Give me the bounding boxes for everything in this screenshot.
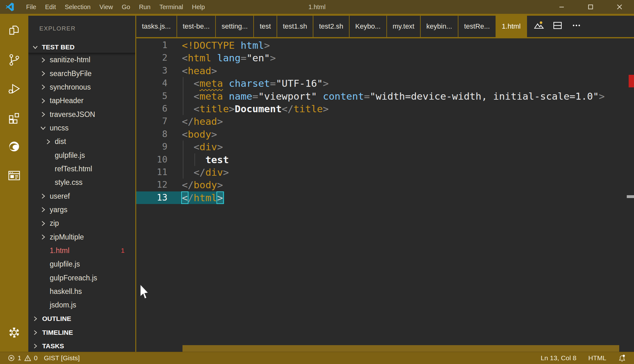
line-number[interactable]: 1 — [136, 39, 167, 52]
line-number[interactable]: 13 — [136, 191, 167, 204]
edge-browser-icon[interactable] — [7, 140, 21, 155]
menu-edit[interactable]: Edit — [41, 3, 60, 11]
item-label: gulpfile.js — [50, 260, 80, 268]
line-number[interactable]: 11 — [136, 166, 167, 179]
error-count: 1 — [18, 354, 21, 362]
editor-actions — [533, 16, 582, 37]
tab-1-html[interactable]: 1.html — [496, 16, 527, 37]
tab-setting[interactable]: setting... — [216, 16, 254, 37]
menu-view[interactable]: View — [95, 3, 117, 11]
folder-yargs[interactable]: yargs — [28, 203, 135, 217]
tab-keybo[interactable]: Keybo... — [350, 16, 387, 37]
line-number[interactable]: 10 — [136, 153, 167, 166]
file-gulpfile-js[interactable]: gulpfile.js — [28, 148, 135, 162]
chevron-right-icon — [31, 315, 39, 323]
folder-useref[interactable]: useref — [28, 189, 135, 203]
item-label: gulpfile.js — [55, 151, 85, 160]
activity-bar — [0, 16, 28, 352]
gist-status[interactable]: GIST [Gists] — [44, 354, 80, 362]
code-line-10[interactable]: 10 test — [136, 153, 634, 166]
file-gulpfile-js[interactable]: gulpfile.js — [28, 257, 135, 271]
code-line-1[interactable]: 1<!DOCTYPE html> — [136, 39, 634, 52]
notifications-bell[interactable] — [618, 354, 626, 362]
menu-run[interactable]: Run — [135, 3, 155, 11]
code-line-5[interactable]: 5 <meta name="viewport" content="width=d… — [136, 90, 634, 102]
code-line-6[interactable]: 6 <title>Document</title> — [136, 102, 634, 115]
code-line-12[interactable]: 12</body> — [136, 179, 634, 191]
code-line-13[interactable]: 13</html> — [136, 191, 634, 204]
minimize-button[interactable] — [547, 0, 576, 14]
explorer-icon[interactable] — [7, 24, 21, 39]
code-line-8[interactable]: 8<body> — [136, 128, 634, 141]
line-number[interactable]: 4 — [136, 77, 167, 90]
tab-testre[interactable]: testRe... — [458, 16, 496, 37]
code-line-4[interactable]: 4 <meta charset="UTF-16"> — [136, 77, 634, 90]
problems-status[interactable]: 1 0 — [8, 354, 37, 362]
line-number[interactable]: 6 — [136, 102, 167, 115]
browser-preview-icon[interactable] — [7, 168, 21, 184]
sidebar-section-tasks[interactable]: TASKS — [28, 339, 135, 352]
horizontal-scrollbar-thumb[interactable] — [182, 345, 619, 352]
code-line-3[interactable]: 3<head> — [136, 64, 634, 77]
line-number[interactable]: 9 — [136, 141, 167, 153]
line-number[interactable]: 3 — [136, 64, 167, 77]
file-gulpforeach-js[interactable]: gulpForeach.js — [28, 271, 135, 285]
item-label: searchByFile — [50, 69, 92, 78]
open-preview-icon[interactable] — [533, 20, 544, 33]
line-number[interactable]: 5 — [136, 90, 167, 102]
folder-traversejson[interactable]: traverseJSON — [28, 108, 135, 121]
file-style-css[interactable]: style.css — [28, 176, 135, 189]
item-label: jsdom.js — [50, 301, 76, 309]
menu-selection[interactable]: Selection — [60, 3, 95, 11]
source-control-icon[interactable] — [7, 53, 21, 68]
tab-tasks-js[interactable]: tasks.js... — [136, 16, 177, 37]
file-reftest-html[interactable]: refTest.html — [28, 162, 135, 176]
menu-file[interactable]: File — [22, 3, 41, 11]
folder-dist[interactable]: dist — [28, 135, 135, 148]
tab-test-be[interactable]: test-be... — [177, 16, 216, 37]
file-tree: sanitize-htmlsearchByFilesynchronoustapH… — [28, 53, 135, 352]
file-jsdom-js[interactable]: jsdom.js — [28, 298, 135, 312]
folder-sanitize-html[interactable]: sanitize-html — [28, 53, 135, 67]
close-button[interactable] — [605, 0, 634, 14]
tab-test1-sh[interactable]: test1.sh — [277, 16, 313, 37]
line-number[interactable]: 2 — [136, 52, 167, 64]
extensions-icon[interactable] — [7, 111, 21, 126]
folder-tapheader[interactable]: tapHeader — [28, 94, 135, 108]
folder-searchbyfile[interactable]: searchByFile — [28, 67, 135, 80]
code-line-2[interactable]: 2<html lang="en"> — [136, 52, 634, 64]
code-line-11[interactable]: 11 </div> — [136, 166, 634, 179]
horizontal-scrollbar — [136, 345, 634, 352]
run-and-debug-icon[interactable] — [7, 82, 21, 97]
tab-keybin[interactable]: keybin... — [421, 16, 458, 37]
tab-test2-sh[interactable]: test2.sh — [313, 16, 350, 37]
cursor-position-status[interactable]: Ln 13, Col 8 — [541, 354, 576, 362]
maximize-button[interactable] — [576, 0, 605, 14]
code-line-7[interactable]: 7</head> — [136, 115, 634, 128]
split-editor-icon[interactable] — [552, 20, 563, 33]
folder-uncss[interactable]: uncss — [28, 121, 135, 135]
folder-synchronous[interactable]: synchronous — [28, 80, 135, 94]
item-label: uncss — [50, 124, 69, 132]
line-number[interactable]: 12 — [136, 179, 167, 191]
language-mode-status[interactable]: HTML — [588, 354, 606, 362]
menu-help[interactable]: Help — [188, 3, 209, 11]
settings-gear-icon[interactable] — [7, 326, 21, 341]
tab-my-text[interactable]: my.text — [387, 16, 421, 37]
tab-test[interactable]: test — [254, 16, 277, 37]
workspace-section-header[interactable]: TEST BED — [28, 41, 135, 53]
sidebar-section-timeline[interactable]: TIMELINE — [28, 326, 135, 339]
file-1-html[interactable]: 1.html1 — [28, 244, 135, 257]
code-line-9[interactable]: 9 <div> — [136, 141, 634, 153]
folder-zip[interactable]: zip — [28, 217, 135, 230]
folder-zipmultiple[interactable]: zipMultiple — [28, 230, 135, 244]
menu-go[interactable]: Go — [117, 3, 135, 11]
menu-terminal[interactable]: Terminal — [155, 3, 188, 11]
more-actions-icon[interactable] — [571, 20, 582, 33]
line-number[interactable]: 8 — [136, 128, 167, 141]
code-editor[interactable]: 1<!DOCTYPE html>2<html lang="en">3<head>… — [136, 38, 634, 345]
section-label: TASKS — [42, 342, 64, 350]
sidebar-section-outline[interactable]: OUTLINE — [28, 312, 135, 326]
line-number[interactable]: 7 — [136, 115, 167, 128]
file-haskell-hs[interactable]: haskell.hs — [28, 285, 135, 298]
